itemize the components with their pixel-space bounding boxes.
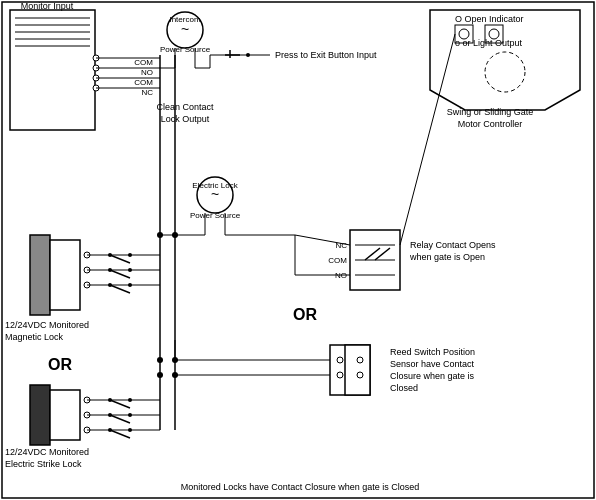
svg-line-93 bbox=[110, 270, 130, 278]
svg-point-118 bbox=[128, 428, 132, 432]
svg-rect-71 bbox=[345, 345, 370, 395]
svg-point-31 bbox=[246, 53, 250, 57]
svg-text:OR: OR bbox=[293, 306, 317, 323]
svg-text:Monitored Locks have Contact C: Monitored Locks have Contact Closure whe… bbox=[181, 482, 420, 492]
svg-text:Closed: Closed bbox=[390, 383, 418, 393]
svg-point-124 bbox=[172, 232, 178, 238]
svg-text:Electric Lock: Electric Lock bbox=[192, 181, 238, 190]
svg-text:O Open Indicator: O Open Indicator bbox=[455, 14, 524, 24]
svg-rect-102 bbox=[30, 385, 50, 445]
svg-text:COM: COM bbox=[328, 256, 347, 265]
svg-point-125 bbox=[157, 357, 163, 363]
svg-point-112 bbox=[128, 398, 132, 402]
svg-line-110 bbox=[110, 400, 130, 408]
svg-point-127 bbox=[157, 372, 163, 378]
svg-line-113 bbox=[110, 415, 130, 423]
svg-text:Clean Contact: Clean Contact bbox=[156, 102, 214, 112]
svg-text:Motor Controller: Motor Controller bbox=[458, 119, 523, 129]
svg-text:Intercom: Intercom bbox=[169, 15, 200, 24]
svg-rect-83 bbox=[50, 240, 80, 310]
svg-rect-0 bbox=[10, 10, 95, 130]
svg-point-98 bbox=[128, 283, 132, 287]
svg-text:Power Source: Power Source bbox=[160, 45, 211, 54]
svg-line-68 bbox=[400, 34, 455, 245]
svg-point-117 bbox=[108, 428, 112, 432]
svg-text:COM: COM bbox=[134, 78, 153, 87]
svg-point-94 bbox=[108, 268, 112, 272]
svg-point-97 bbox=[108, 283, 112, 287]
svg-point-115 bbox=[128, 413, 132, 417]
svg-text:Magnetic Lock: Magnetic Lock bbox=[5, 332, 64, 342]
svg-text:when gate is Open: when gate is Open bbox=[409, 252, 485, 262]
svg-point-123 bbox=[157, 232, 163, 238]
svg-text:Power Source: Power Source bbox=[190, 211, 241, 220]
svg-line-96 bbox=[110, 285, 130, 293]
svg-text:Swing or Sliding Gate: Swing or Sliding Gate bbox=[447, 107, 534, 117]
svg-text:Sensor have Contact: Sensor have Contact bbox=[390, 359, 475, 369]
svg-point-128 bbox=[172, 372, 178, 378]
svg-text:Relay Contact Opens: Relay Contact Opens bbox=[410, 240, 496, 250]
svg-text:Reed Switch Position: Reed Switch Position bbox=[390, 347, 475, 357]
svg-text:12/24VDC Monitored: 12/24VDC Monitored bbox=[5, 320, 89, 330]
svg-text:NC: NC bbox=[141, 88, 153, 97]
svg-text:Electric Strike Lock: Electric Strike Lock bbox=[5, 459, 82, 469]
svg-text:Lock Output: Lock Output bbox=[161, 114, 210, 124]
svg-line-65 bbox=[295, 235, 350, 245]
svg-rect-82 bbox=[30, 235, 50, 315]
svg-point-114 bbox=[108, 413, 112, 417]
svg-point-111 bbox=[108, 398, 112, 402]
svg-text:o or Light Output: o or Light Output bbox=[455, 38, 523, 48]
svg-text:12/24VDC Monitored: 12/24VDC Monitored bbox=[5, 447, 89, 457]
wiring-diagram: Monitor Input COM NO COM NC ~ Intercom P… bbox=[0, 0, 596, 500]
svg-text:NO: NO bbox=[141, 68, 153, 77]
svg-text:Press to Exit Button Input: Press to Exit Button Input bbox=[275, 50, 377, 60]
svg-point-95 bbox=[128, 268, 132, 272]
svg-line-90 bbox=[110, 255, 130, 263]
svg-line-116 bbox=[110, 430, 130, 438]
svg-point-91 bbox=[108, 253, 112, 257]
svg-rect-103 bbox=[50, 390, 80, 440]
svg-text:Closure when gate is: Closure when gate is bbox=[390, 371, 475, 381]
svg-text:OR: OR bbox=[48, 356, 72, 373]
svg-point-92 bbox=[128, 253, 132, 257]
svg-text:COM: COM bbox=[134, 58, 153, 67]
